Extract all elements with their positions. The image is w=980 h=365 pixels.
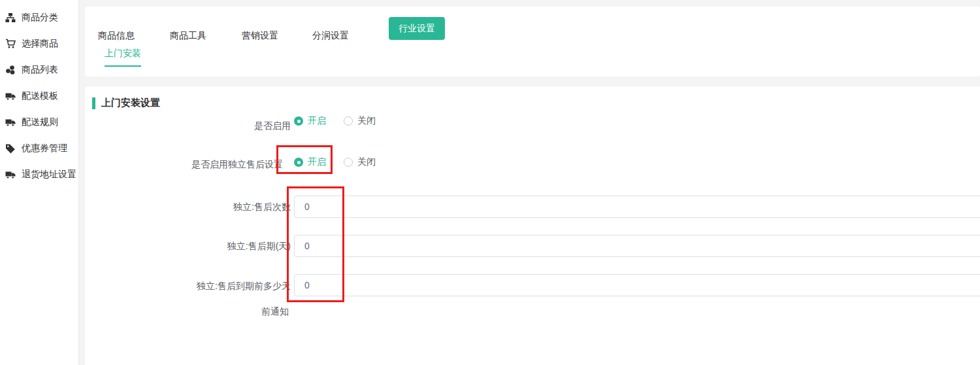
truck-icon (5, 169, 16, 180)
sidebar-item-label: 选择商品 (22, 38, 58, 50)
label-aftersale-notify-line1: 独立:售后到期前多少天 (85, 281, 291, 291)
input-aftersale-period[interactable] (294, 235, 980, 257)
form-card: 上门安装设置 是否启用 开启 关闭 是否启用独立售后设置 开启 关闭 独立:售后… (85, 86, 980, 365)
section-accent-bar (92, 97, 95, 109)
page: 商品分类 选择商品 商品列表 配送模板 配送规则 (0, 0, 980, 365)
tab-marketing[interactable]: 营销设置 (242, 30, 278, 42)
radio-label-off[interactable]: 关闭 (357, 115, 376, 127)
tab-product-info[interactable]: 商品信息 (98, 30, 135, 42)
radio-independent-on-checked[interactable] (294, 158, 303, 167)
label-enable: 是否启用 (85, 120, 291, 131)
sidebar-item-label: 商品分类 (22, 12, 58, 24)
subtab-onsite-install[interactable]: 上门安装 (105, 48, 141, 67)
radio-group-independent-aftersale: 开启 关闭 (294, 157, 376, 167)
sidebar: 商品分类 选择商品 商品列表 配送模板 配送规则 (0, 0, 79, 365)
tab-product-tools[interactable]: 商品工具 (170, 30, 206, 42)
sidebar-item-label: 优惠券管理 (22, 143, 67, 154)
label-aftersale-period: 独立:售后期(天) (85, 241, 291, 251)
section-header: 上门安装设置 (92, 97, 160, 109)
cart-icon (5, 39, 16, 49)
label-aftersale-count: 独立:售后次数 (85, 201, 291, 212)
sidebar-item-coupon-management[interactable]: 优惠券管理 (0, 135, 78, 162)
input-aftersale-count[interactable] (294, 196, 980, 218)
input-aftersale-notify-days[interactable] (294, 274, 980, 296)
sidebar-item-select-product[interactable]: 选择商品 (0, 31, 78, 57)
radio-enable-off[interactable] (344, 116, 353, 126)
label-aftersale-notify-line2: 前通知 (261, 306, 289, 317)
truck-icon (5, 91, 16, 101)
sidebar-item-product-category[interactable]: 商品分类 (0, 5, 78, 31)
truck-icon (5, 117, 16, 128)
sidebar-item-label: 配送规则 (22, 116, 58, 128)
sidebar-item-label: 商品列表 (22, 64, 58, 76)
sidebar-item-delivery-template[interactable]: 配送模板 (0, 83, 78, 109)
label-independent-aftersale-enable: 是否启用独立售后设置 (85, 159, 283, 169)
tag-icon (5, 143, 16, 154)
sidebar-item-label: 配送模板 (22, 90, 58, 102)
sidebar-item-return-address[interactable]: 退货地址设置 (0, 162, 78, 188)
radio-independent-off[interactable] (344, 158, 353, 167)
tab-profit-sharing[interactable]: 分润设置 (312, 30, 349, 42)
sidebar-item-label: 退货地址设置 (22, 169, 76, 181)
cluster-icon (5, 65, 16, 75)
sidebar-item-product-list[interactable]: 商品列表 (0, 57, 78, 83)
tab-industry-settings-active[interactable]: 行业设置 (389, 17, 445, 40)
section-title: 上门安装设置 (101, 97, 160, 109)
tabs-card: 商品信息 商品工具 营销设置 分润设置 行业设置 上门安装 (85, 7, 980, 77)
radio-label-off[interactable]: 关闭 (357, 156, 376, 168)
radio-label-on[interactable]: 开启 (308, 156, 326, 168)
sidebar-item-delivery-rules[interactable]: 配送规则 (0, 109, 78, 135)
radio-group-enable: 开启 关闭 (294, 116, 376, 126)
radio-label-on[interactable]: 开启 (308, 115, 326, 127)
radio-enable-on-checked[interactable] (294, 116, 303, 126)
sitemap-icon (5, 12, 16, 23)
